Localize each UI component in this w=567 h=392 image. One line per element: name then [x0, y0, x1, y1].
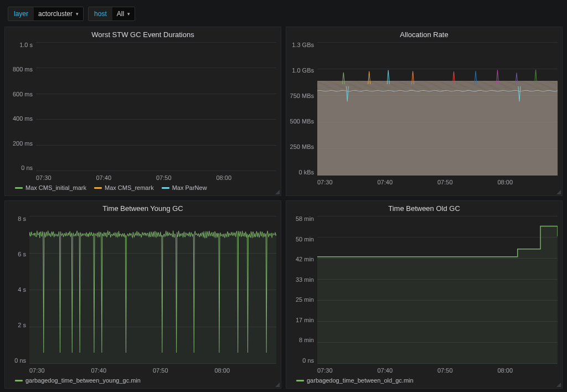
x-axis: 07:3007:4007:5008:00 — [286, 364, 562, 374]
resize-handle-icon[interactable] — [275, 190, 280, 194]
x-axis: 07:3007:4007:5008:00 — [5, 364, 281, 374]
plot-area[interactable] — [317, 42, 558, 176]
caret-down-icon: ▾ — [76, 7, 79, 21]
filter-toolbar: layer actorcluster ▾ host All ▾ — [0, 0, 567, 27]
legend-item[interactable]: Max ParNew — [162, 184, 207, 191]
panel-title: Time Between Old GC — [286, 201, 562, 215]
legend[interactable] — [286, 185, 562, 195]
plot-area[interactable] — [29, 216, 276, 364]
panel-title: Time Between Young GC — [5, 201, 281, 215]
legend-item[interactable]: garbagedog_time_between_young_gc.min — [15, 377, 141, 384]
y-axis: 8 s6 s4 s2 s0 ns — [7, 216, 29, 364]
y-axis: 58 min50 min42 min33 min25 min17 min8 mi… — [288, 216, 317, 364]
filter-layer-label: layer — [8, 7, 34, 21]
plot-area[interactable] — [317, 216, 558, 364]
dashboard-grid: Worst STW GC Event Durations 1.0 s800 ms… — [0, 27, 567, 392]
resize-handle-icon[interactable] — [556, 383, 561, 387]
legend[interactable]: garbagedog_time_between_old_gc.min — [286, 374, 562, 388]
resize-handle-icon[interactable] — [275, 383, 280, 387]
caret-down-icon: ▾ — [127, 7, 130, 21]
legend-item[interactable]: Max CMS_initial_mark — [15, 184, 86, 191]
filter-layer-value: actorcluster ▾ — [34, 7, 83, 21]
resize-handle-icon[interactable] — [556, 190, 561, 194]
panel-title: Worst STW GC Event Durations — [5, 27, 281, 41]
panel-old-gc[interactable]: Time Between Old GC 58 min50 min42 min33… — [286, 200, 563, 389]
panel-stw-gc[interactable]: Worst STW GC Event Durations 1.0 s800 ms… — [4, 27, 281, 196]
legend-item[interactable]: garbagedog_time_between_old_gc.min — [296, 377, 414, 384]
panel-title: Allocation Rate — [286, 27, 562, 41]
plot-area[interactable] — [36, 42, 276, 171]
panel-allocation-rate[interactable]: Allocation Rate 1.3 GBs1.0 GBs750 MBs500… — [286, 27, 563, 196]
legend[interactable]: Max CMS_initial_markMax CMS_remarkMax Pa… — [5, 181, 281, 195]
y-axis: 1.3 GBs1.0 GBs750 MBs500 MBs250 MBs0 kBs — [288, 42, 317, 176]
filter-host[interactable]: host All ▾ — [88, 7, 135, 21]
y-axis: 1.0 s800 ms600 ms400 ms200 ms0 ns — [7, 42, 36, 171]
legend-item[interactable]: Max CMS_remark — [94, 184, 154, 191]
legend[interactable]: garbagedog_time_between_young_gc.min — [5, 374, 281, 388]
filter-layer[interactable]: layer actorcluster ▾ — [8, 7, 84, 21]
filter-host-value: All ▾ — [112, 7, 135, 21]
x-axis: 07:3007:4007:5008:00 — [286, 176, 562, 185]
panel-young-gc[interactable]: Time Between Young GC 8 s6 s4 s2 s0 ns 0… — [4, 200, 281, 389]
x-axis: 07:3007:4007:5008:00 — [5, 171, 281, 181]
filter-host-label: host — [89, 7, 112, 21]
